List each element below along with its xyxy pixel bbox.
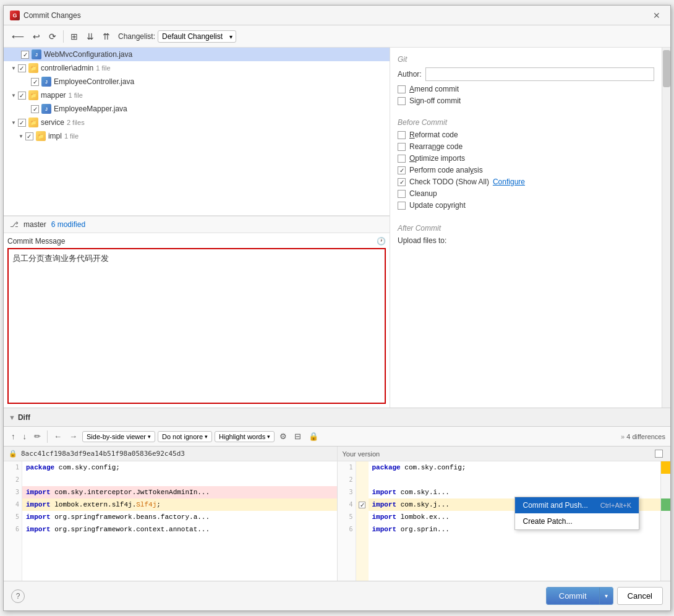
- file-label-emp-ctrl: EmployeeController.java: [54, 77, 134, 86]
- diff-sep1: [47, 430, 48, 443]
- toolbar: ⟵ ↩ ⟳ ⊞ ⇊ ⇈ Changelist: Default Changeli…: [4, 25, 670, 48]
- right-scrollbar[interactable]: [662, 48, 670, 408]
- left-code-line-4: import lombok.extern.slf4j.Slf4j;: [22, 498, 337, 511]
- history-icon[interactable]: 🕐: [377, 237, 386, 246]
- java-file-icon-webmvc: J: [32, 49, 41, 59]
- lock-icon: 🔒: [9, 450, 17, 458]
- collapse-button[interactable]: ⇈: [100, 30, 113, 43]
- ignore-dropdown[interactable]: Do not ignore: [158, 431, 212, 442]
- right-line-num-1: 1: [338, 461, 356, 474]
- code-analysis-checkbox[interactable]: [398, 166, 406, 174]
- folder-badge-mapper: 1 file: [69, 92, 83, 99]
- tree-item-mapper[interactable]: ▼ 📁 mapper 1 file: [4, 88, 390, 102]
- create-patch-item[interactable]: Create Patch...: [515, 513, 639, 529]
- expand-arrow-impl: ▼: [19, 134, 23, 139]
- rearrange-checkbox[interactable]: [398, 143, 406, 151]
- back-button[interactable]: ⟵: [9, 30, 27, 43]
- optimize-label: Optimize imports: [409, 154, 465, 163]
- commit-dialog: G Commit Changes ✕ ⟵ ↩ ⟳ ⊞ ⇊ ⇈ Changelis…: [3, 5, 671, 611]
- folder-checkbox-service[interactable]: [18, 119, 26, 127]
- line4-checkbox[interactable]: [359, 502, 365, 508]
- file-hash: 8acc41cf198a3df9ea14b51f98a05836e92c45d3: [21, 450, 185, 458]
- file-checkbox-webmvc[interactable]: [21, 51, 29, 59]
- diff-left: 🔒 8acc41cf198a3df9ea14b51f98a05836e92c45…: [4, 447, 338, 581]
- title-bar: G Commit Changes ✕: [4, 6, 670, 25]
- next-diff-btn[interactable]: ↓: [20, 430, 30, 442]
- viewer-dropdown[interactable]: Side-by-side viewer: [82, 431, 155, 442]
- optimize-checkbox[interactable]: [398, 155, 406, 163]
- author-input[interactable]: [425, 67, 654, 81]
- version-checkbox[interactable]: [655, 450, 663, 458]
- left-line-nums: 1 2 3 4 5 6: [4, 461, 22, 581]
- commit-button[interactable]: Commit: [547, 588, 599, 604]
- tree-item-webmvc[interactable]: J WebMvcConfiguration.java: [4, 48, 390, 61]
- copyright-checkbox[interactable]: [398, 202, 406, 210]
- left-lines: package com.sky.config; import com.sky.i…: [22, 461, 337, 581]
- folder-icon-service: 📁: [28, 118, 38, 127]
- folder-checkbox-mapper[interactable]: [18, 92, 26, 100]
- tree-item-ctrl-admin[interactable]: ▼ 📁 controller\admin 1 file: [4, 61, 390, 75]
- move-button[interactable]: ⊞: [67, 30, 81, 43]
- before-commit-title: Before Commit: [398, 118, 654, 127]
- tree-item-emp-ctrl[interactable]: J EmployeeController.java: [4, 75, 390, 88]
- settings-btn[interactable]: ⚙: [277, 430, 289, 442]
- next-file-btn[interactable]: →: [67, 430, 80, 442]
- file-checkbox-emp-mapper[interactable]: [31, 105, 39, 113]
- your-version-label: Your version: [338, 447, 671, 461]
- reformat-checkbox[interactable]: [398, 131, 406, 139]
- code-analysis-row: Perform code analysis: [398, 166, 654, 174]
- file-checkbox-emp-ctrl[interactable]: [31, 78, 39, 86]
- folder-label-mapper: mapper: [41, 91, 66, 100]
- prev-file-btn[interactable]: ←: [51, 430, 64, 442]
- line-num-4: 4: [4, 498, 22, 511]
- commit-message-input[interactable]: 员工分页查询业务代码开发: [7, 248, 386, 404]
- commit-push-label: Commit and Push...: [523, 501, 587, 510]
- file-label-emp-mapper: EmployeeMapper.java: [54, 105, 127, 113]
- expand-arrow-ctrl: ▼: [11, 66, 16, 71]
- tree-item-impl[interactable]: ▼ 📁 impl 1 file: [4, 129, 390, 143]
- tree-item-emp-mapper[interactable]: J EmployeeMapper.java: [4, 102, 390, 116]
- upload-row: Upload files to:: [398, 236, 654, 245]
- branch-name: master: [23, 220, 46, 229]
- signoff-row: Sign-off commit: [398, 96, 654, 105]
- todo-checkbox[interactable]: [398, 178, 406, 186]
- columns-btn[interactable]: ⊟: [292, 430, 304, 442]
- ignore-label: Do not ignore: [162, 433, 203, 440]
- tree-item-service[interactable]: ▼ 📁 service 2 files: [4, 116, 390, 129]
- changelist-label: Changelist:: [118, 32, 155, 41]
- main-content: J WebMvcConfiguration.java ▼ 📁 controlle…: [4, 48, 670, 408]
- commit-msg-label-text: Commit Message: [7, 237, 65, 246]
- lock-btn[interactable]: 🔒: [306, 430, 321, 442]
- commit-split-button[interactable]: Commit ▾: [546, 587, 613, 605]
- refresh-button[interactable]: ⟳: [46, 30, 59, 43]
- changelist-select-wrapper[interactable]: Default Changelist: [158, 30, 236, 43]
- copyright-label: Update copyright: [409, 201, 466, 210]
- cancel-button[interactable]: Cancel: [617, 587, 663, 605]
- java-file-icon-emp-mapper: J: [41, 104, 51, 114]
- edit-btn[interactable]: ✏: [32, 430, 43, 442]
- modified-badge: 6 modified: [51, 220, 85, 229]
- expand-button[interactable]: ⇊: [83, 30, 97, 43]
- folder-badge-impl: 1 file: [64, 132, 79, 140]
- configure-link[interactable]: Configure: [493, 178, 525, 186]
- commit-dropdown-btn[interactable]: ▾: [599, 588, 613, 604]
- help-button[interactable]: ?: [11, 589, 25, 603]
- scrollbar-thumb[interactable]: [663, 50, 670, 87]
- create-patch-label: Create Patch...: [523, 517, 572, 526]
- window-title: Commit Changes: [23, 11, 81, 20]
- folder-checkbox-impl[interactable]: [25, 132, 33, 140]
- commit-push-item[interactable]: Commit and Push... Ctrl+Alt+K: [515, 497, 639, 513]
- undo-button[interactable]: ↩: [30, 30, 43, 43]
- changelist-select[interactable]: Default Changelist: [158, 30, 236, 43]
- close-button[interactable]: ✕: [649, 10, 664, 21]
- todo-row: Check TODO (Show All) Configure: [398, 178, 654, 186]
- highlight-dropdown[interactable]: Highlight words: [215, 431, 275, 442]
- left-code-line-3: import com.sky.interceptor.JwtTokenAdmin…: [22, 486, 337, 498]
- amend-checkbox[interactable]: [398, 85, 406, 93]
- signoff-checkbox[interactable]: [398, 97, 406, 105]
- amend-label: Amend commit: [409, 85, 459, 93]
- prev-diff-btn[interactable]: ↑: [9, 430, 18, 442]
- collapse-diff-icon[interactable]: ▼: [9, 414, 15, 421]
- cleanup-checkbox[interactable]: [398, 190, 406, 198]
- folder-checkbox-ctrl[interactable]: [18, 64, 26, 72]
